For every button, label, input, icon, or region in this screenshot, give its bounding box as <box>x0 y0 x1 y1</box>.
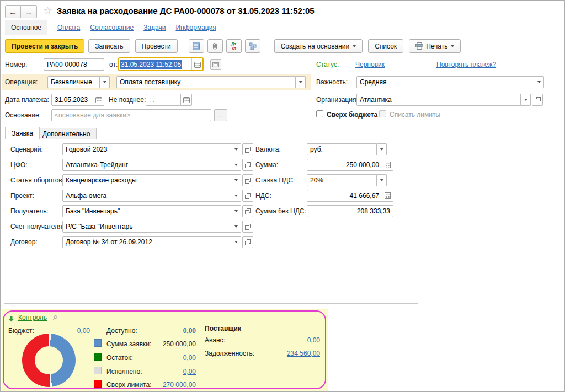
document-date-field[interactable]: 31.05.2023 11:52:05 <box>118 57 204 71</box>
status-value-link[interactable]: Черновик <box>355 61 385 68</box>
repeat-payment-link[interactable]: Повторять платеж? <box>436 61 496 68</box>
tab-payment[interactable]: Оплата <box>57 24 80 31</box>
dropdown-button[interactable] <box>231 159 241 171</box>
chevron-down-icon <box>234 164 238 166</box>
tab-request[interactable]: Заявка <box>5 127 40 139</box>
chevron-down-icon <box>234 179 238 181</box>
turnover-item-label: Статья оборотов: <box>10 176 64 184</box>
register-records-button[interactable] <box>189 39 204 53</box>
dropdown-button[interactable] <box>231 174 241 186</box>
amount-field[interactable]: 250 000,00 <box>307 159 393 171</box>
dropdown-button[interactable] <box>231 143 241 155</box>
vat-rate-field[interactable]: 20% <box>307 174 387 186</box>
print-button[interactable]: Печать <box>409 39 461 53</box>
dropdown-button[interactable] <box>231 236 241 248</box>
budget-donut <box>22 334 76 387</box>
calendar-icon <box>183 96 190 103</box>
tab-main[interactable]: Основное <box>5 20 47 35</box>
open-button[interactable] <box>242 143 253 155</box>
create-based-on-button[interactable]: Создать на основании <box>274 39 363 53</box>
control-expand-icon[interactable] <box>8 314 14 324</box>
calendar-button[interactable] <box>93 94 104 106</box>
dropdown-button[interactable] <box>296 76 306 88</box>
tab-tasks[interactable]: Задачи <box>143 24 166 31</box>
number-field[interactable]: РА00-000078 <box>44 58 104 71</box>
calculator-button[interactable] <box>382 190 393 202</box>
document-structure-button[interactable] <box>245 39 260 53</box>
open-form-icon <box>245 147 251 153</box>
operation-type-field[interactable]: Безналичные <box>47 76 110 88</box>
back-icon: ← <box>9 7 17 17</box>
legend-swatch-remainder <box>94 353 102 361</box>
tab-approval[interactable]: Согласование <box>90 24 134 31</box>
open-button[interactable] <box>242 236 253 248</box>
advance-value-link[interactable]: 0,00 <box>255 336 320 344</box>
contract-field[interactable]: Договор № 34 от 26.09.2012 <box>62 236 253 248</box>
payment-date-label: Дата платежа: <box>5 96 49 104</box>
favorite-star-icon[interactable]: ☆ <box>43 4 52 17</box>
scenario-field[interactable]: Годовой 2023 <box>62 143 253 155</box>
dropdown-button[interactable] <box>377 143 387 155</box>
debit-credit-button[interactable]: Дт Кт <box>226 39 242 53</box>
history-button[interactable] <box>210 59 221 70</box>
project-field[interactable]: Альфа-омега <box>62 190 253 202</box>
tab-information[interactable]: Информация <box>175 24 216 31</box>
dropdown-button[interactable] <box>100 76 110 88</box>
organization-field[interactable]: Атлантика <box>356 94 543 106</box>
legend-value-executed[interactable]: 0,00 <box>141 368 196 375</box>
payee-field[interactable]: База "Инвентарь" <box>62 205 253 217</box>
not-later-field[interactable]: . . <box>146 94 192 106</box>
open-button[interactable] <box>532 94 543 106</box>
importance-field[interactable]: Средняя <box>356 76 544 88</box>
attachments-button[interactable] <box>207 39 223 53</box>
pin-icon[interactable] <box>51 314 58 324</box>
available-value-link[interactable]: 0,00 <box>141 327 196 335</box>
dropdown-button[interactable] <box>231 190 241 202</box>
open-button[interactable] <box>242 205 253 217</box>
cfo-field[interactable]: Атлантика-Трейдинг <box>62 159 253 171</box>
tab-additional[interactable]: Дополнительно <box>36 128 97 139</box>
currency-field[interactable]: руб. <box>307 143 387 155</box>
write-off-limits-label: Списать лимиты <box>390 111 440 119</box>
control-section-link[interactable]: Контроль <box>18 314 47 321</box>
donut-hole <box>35 346 63 374</box>
dropdown-button[interactable] <box>534 76 544 88</box>
basis-more-button[interactable]: ... <box>214 109 227 121</box>
report-list-icon <box>193 42 200 50</box>
list-button[interactable]: Список <box>368 39 403 53</box>
dropdown-button[interactable] <box>521 94 531 106</box>
chevron-down-icon <box>537 81 541 83</box>
legend-swatch-executed <box>94 367 102 374</box>
legend-value-over-limit[interactable]: 270 000,00 <box>141 381 196 389</box>
dropdown-button[interactable] <box>377 174 387 186</box>
over-budget-checkbox[interactable] <box>316 110 323 117</box>
debt-value-link[interactable]: 234 560,00 <box>255 350 320 357</box>
back-button[interactable]: ← <box>5 5 21 18</box>
vat-field[interactable]: 41 666,67 <box>307 190 393 202</box>
calendar-button[interactable] <box>181 94 192 106</box>
forward-button[interactable]: → <box>21 5 37 18</box>
open-button[interactable] <box>242 159 253 171</box>
payee-account-field[interactable]: Р/С "База "Инвентарь <box>62 221 253 233</box>
calendar-button[interactable] <box>191 58 202 70</box>
post-and-close-button[interactable]: Провести и закрыть <box>5 39 84 53</box>
open-button[interactable] <box>242 221 253 233</box>
basis-field[interactable]: <основание для заявки> <box>51 109 211 121</box>
selected-date-text: 31.05.2023 11:52:05 <box>120 60 182 69</box>
open-form-icon <box>245 193 251 199</box>
turnover-item-field[interactable]: Канцелярские расходы <box>62 174 253 186</box>
amount-without-vat-field[interactable]: 208 333,33 <box>307 205 393 217</box>
save-button[interactable]: Записать <box>88 39 130 53</box>
payment-date-field[interactable]: 31.05.2023 <box>51 94 104 106</box>
forward-icon: → <box>25 7 33 17</box>
budget-value-link[interactable]: 0,00 <box>62 327 90 335</box>
open-button[interactable] <box>242 174 253 186</box>
operation-kind-field[interactable]: Оплата поставщику <box>116 76 306 88</box>
post-button[interactable]: Провести <box>135 39 178 53</box>
dropdown-button[interactable] <box>231 221 241 233</box>
dropdown-button[interactable] <box>231 205 241 217</box>
open-button[interactable] <box>242 190 253 202</box>
calculator-button[interactable] <box>382 159 393 171</box>
page-title: Заявка на расходование ДС РА00-000078 от… <box>57 6 315 15</box>
legend-value-remainder[interactable]: 0,00 <box>141 354 196 362</box>
